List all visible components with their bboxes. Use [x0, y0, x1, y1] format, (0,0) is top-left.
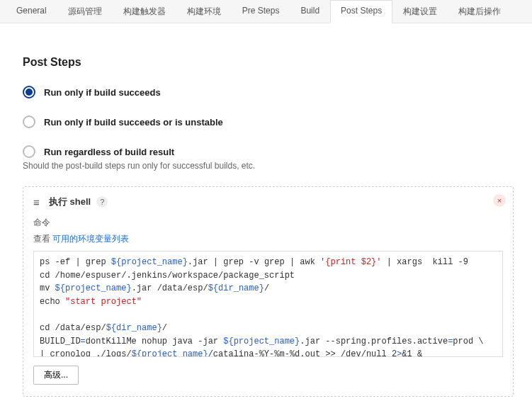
- post-steps-description: Should the post-build steps run only for…: [23, 161, 514, 171]
- tab-scm[interactable]: 源码管理: [57, 0, 113, 23]
- radio-label: Run regardless of build result: [44, 147, 174, 157]
- radio-label: Run only if build succeeds: [44, 87, 161, 98]
- radio-icon: [23, 145, 35, 158]
- tab-build-env[interactable]: 构建环境: [176, 0, 232, 23]
- shell-build-step: × ≡ 执行 shell ? 命令 查看 可用的环境变量列表 ps -ef | …: [23, 186, 514, 397]
- config-tabs: General 源码管理 构建触发器 构建环境 Pre Steps Build …: [0, 0, 532, 23]
- radio-run-if-succeeds-or-unstable[interactable]: Run only if build succeeds or is unstabl…: [23, 114, 514, 130]
- tab-build[interactable]: Build: [290, 0, 330, 23]
- help-icon[interactable]: ?: [96, 196, 108, 208]
- tab-pre-steps[interactable]: Pre Steps: [232, 0, 290, 23]
- radio-label: Run only if build succeeds or is unstabl…: [44, 117, 223, 128]
- advanced-button[interactable]: 高级...: [33, 366, 79, 385]
- radio-run-regardless[interactable]: Run regardless of build result: [23, 144, 514, 159]
- tab-post-build-actions[interactable]: 构建后操作: [448, 0, 511, 23]
- tab-triggers[interactable]: 构建触发器: [113, 0, 176, 23]
- tab-build-settings[interactable]: 构建设置: [392, 0, 448, 23]
- step-title: 执行 shell: [49, 196, 91, 208]
- radio-run-if-succeeds[interactable]: Run only if build succeeds: [23, 84, 514, 100]
- env-vars-link[interactable]: 可用的环境变量列表: [52, 234, 129, 244]
- env-link-prefix: 查看: [33, 234, 52, 244]
- tab-general[interactable]: General: [6, 0, 57, 23]
- remove-step-button[interactable]: ×: [493, 194, 506, 207]
- radio-icon: [23, 115, 35, 128]
- tab-post-steps[interactable]: Post Steps: [330, 0, 392, 23]
- drag-handle-icon[interactable]: ≡: [33, 197, 43, 208]
- section-title-post-steps: Post Steps: [23, 56, 514, 69]
- radio-icon: [23, 86, 35, 98]
- shell-command-textarea[interactable]: ps -ef | grep ${project_name}.jar | grep…: [33, 251, 503, 357]
- command-label: 命令: [33, 217, 503, 229]
